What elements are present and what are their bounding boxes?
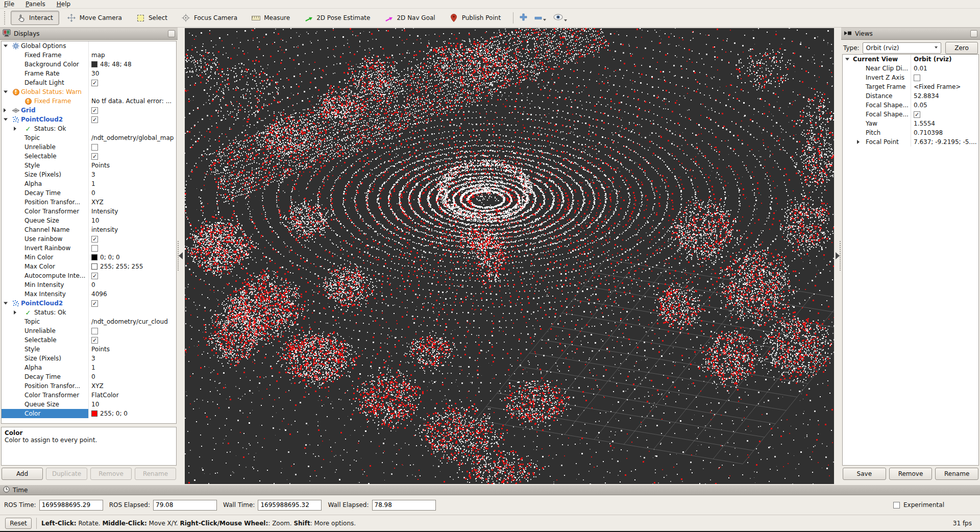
- experimental-checkbox[interactable]: [893, 502, 900, 509]
- property-row-selectable[interactable]: Selectable✓: [2, 335, 176, 345]
- zero-button[interactable]: Zero: [945, 42, 978, 54]
- property-row-alpha[interactable]: Alpha1: [2, 363, 176, 372]
- property-value[interactable]: map: [88, 51, 176, 60]
- rename-button[interactable]: Rename: [935, 468, 978, 480]
- property-row-frame-rate[interactable]: Frame Rate30: [2, 69, 176, 78]
- property-value[interactable]: No tf data. Actual error: ...: [88, 96, 176, 106]
- property-row-color-transformer[interactable]: Color TransformerIntensity: [2, 207, 176, 216]
- property-row-status-ok[interactable]: ✓Status: Ok: [2, 308, 176, 317]
- panel-dock-button[interactable]: [168, 30, 175, 37]
- property-value[interactable]: 30: [88, 69, 176, 78]
- property-row-alpha[interactable]: Alpha1: [2, 179, 176, 188]
- right-splitter[interactable]: [834, 28, 841, 485]
- collapse-arrow-icon[interactable]: [845, 58, 849, 61]
- focus-camera-tool[interactable]: Focus Camera: [176, 11, 243, 25]
- property-value[interactable]: ✓: [88, 335, 176, 345]
- property-row-pointcloud2[interactable]: PointCloud2✓: [2, 115, 176, 124]
- remove-button[interactable]: Remove: [889, 468, 933, 480]
- property-value[interactable]: Intensity: [88, 207, 176, 216]
- 2d-pose-estimate-tool[interactable]: 2D Pose Estimate: [298, 11, 376, 25]
- move-camera-tool[interactable]: Move Camera: [61, 11, 128, 25]
- collapse-arrow-icon[interactable]: [4, 45, 8, 47]
- property-row-focal-point[interactable]: Focal Point7.637; -9.2195; -5....: [843, 137, 978, 147]
- checkbox-checked[interactable]: ✓: [91, 107, 98, 114]
- left-splitter[interactable]: [178, 28, 185, 485]
- view-type-combobox[interactable]: Orbit (rviz): [863, 42, 941, 54]
- 2d-nav-goal-tool[interactable]: 2D Nav Goal: [378, 11, 441, 25]
- property-value[interactable]: 0: [88, 280, 176, 289]
- property-row-topic[interactable]: Topic/ndt_odometry/global_map: [2, 133, 176, 142]
- checkbox-checked[interactable]: ✓: [914, 111, 920, 118]
- time-panel-titlebar[interactable]: Time: [0, 485, 980, 495]
- property-row-min-intensity[interactable]: Min Intensity0: [2, 280, 176, 289]
- property-value[interactable]: FlatColor: [88, 391, 176, 400]
- measure-tool[interactable]: Measure: [246, 11, 296, 25]
- property-value[interactable]: 3: [88, 354, 176, 363]
- checkbox-checked[interactable]: ✓: [91, 116, 98, 123]
- property-value[interactable]: 0.710398: [911, 128, 978, 137]
- property-row-unreliable[interactable]: Unreliable: [2, 142, 176, 152]
- property-value[interactable]: [88, 326, 176, 335]
- expand-arrow-icon[interactable]: [4, 108, 6, 112]
- checkbox-checked[interactable]: ✓: [91, 273, 98, 279]
- property-row-distance[interactable]: Distance52.8834: [843, 91, 978, 101]
- 3d-viewport[interactable]: [185, 28, 834, 484]
- property-value[interactable]: Points: [88, 161, 176, 170]
- property-value[interactable]: 10: [88, 216, 176, 225]
- checkbox-checked[interactable]: ✓: [91, 236, 98, 243]
- property-row-queue-size[interactable]: Queue Size10: [2, 216, 176, 225]
- property-value[interactable]: 4096: [88, 289, 176, 299]
- property-value[interactable]: intensity: [88, 225, 176, 234]
- property-row-decay-time[interactable]: Decay Time0: [2, 372, 176, 381]
- property-value[interactable]: 52.8834: [911, 91, 978, 101]
- property-row-background-color[interactable]: Background Color48; 48; 48: [2, 60, 176, 69]
- property-row-near-clip-di-[interactable]: Near Clip Di...0.01: [843, 64, 978, 73]
- property-row-queue-size[interactable]: Queue Size10: [2, 400, 176, 409]
- checkbox-unchecked[interactable]: [914, 75, 920, 81]
- property-value[interactable]: 3: [88, 170, 176, 179]
- property-row-style[interactable]: StylePoints: [2, 345, 176, 354]
- checkbox-checked[interactable]: ✓: [91, 300, 98, 307]
- menu-file[interactable]: File: [4, 1, 14, 8]
- property-row-position-transfor-[interactable]: Position Transfor...XYZ: [2, 381, 176, 391]
- expand-arrow-icon[interactable]: [14, 127, 16, 131]
- property-value[interactable]: [88, 308, 176, 317]
- toolbar-drag-handle[interactable]: [4, 11, 7, 25]
- property-row-focal-shape-[interactable]: Focal Shape...✓: [843, 110, 978, 119]
- collapse-arrow-icon[interactable]: [4, 91, 8, 93]
- property-row-yaw[interactable]: Yaw1.5554: [843, 119, 978, 128]
- collapse-right-icon[interactable]: [836, 252, 840, 259]
- property-row-size-pixels-[interactable]: Size (Pixels)3: [2, 354, 176, 363]
- property-row-color-transformer[interactable]: Color TransformerFlatColor: [2, 391, 176, 400]
- property-value[interactable]: 1.5554: [911, 119, 978, 128]
- property-value[interactable]: ✓: [88, 78, 176, 87]
- property-row-position-transfor-[interactable]: Position Transfor...XYZ: [2, 198, 176, 207]
- save-button[interactable]: Save: [843, 468, 886, 480]
- property-value[interactable]: 0: [88, 372, 176, 381]
- reset-button[interactable]: Reset: [5, 518, 32, 529]
- property-row-min-color[interactable]: Min Color0; 0; 0: [2, 253, 176, 262]
- add-button[interactable]: Add: [2, 468, 43, 480]
- property-value[interactable]: 255; 255; 255: [88, 262, 176, 271]
- checkbox-unchecked[interactable]: [91, 328, 98, 334]
- interact-tool[interactable]: Interact: [11, 11, 59, 25]
- collapse-left-icon[interactable]: [179, 252, 183, 259]
- property-row-grid[interactable]: Grid✓: [2, 106, 176, 115]
- rename-button[interactable]: Rename: [135, 468, 176, 480]
- checkbox-unchecked[interactable]: [91, 144, 98, 151]
- ros-time-input[interactable]: [39, 500, 103, 511]
- selected-property-row-color[interactable]: Color255; 0; 0: [2, 409, 176, 418]
- property-value[interactable]: 1: [88, 363, 176, 372]
- duplicate-button[interactable]: Duplicate: [46, 468, 87, 480]
- property-value[interactable]: ✓: [88, 299, 176, 308]
- property-row-decay-time[interactable]: Decay Time0: [2, 188, 176, 198]
- expand-arrow-icon[interactable]: [857, 140, 860, 144]
- zoom-in-button[interactable]: [520, 13, 527, 22]
- property-row-max-intensity[interactable]: Max Intensity4096: [2, 289, 176, 299]
- property-row-default-light[interactable]: Default Light✓: [2, 78, 176, 87]
- property-value[interactable]: 1: [88, 179, 176, 188]
- property-row-topic[interactable]: Topic/ndt_odometry/cur_cloud: [2, 317, 176, 326]
- property-row-size-pixels-[interactable]: Size (Pixels)3: [2, 170, 176, 179]
- checkbox-checked[interactable]: ✓: [91, 337, 98, 344]
- property-row-autocompute-inte-[interactable]: Autocompute Inte...✓: [2, 271, 176, 280]
